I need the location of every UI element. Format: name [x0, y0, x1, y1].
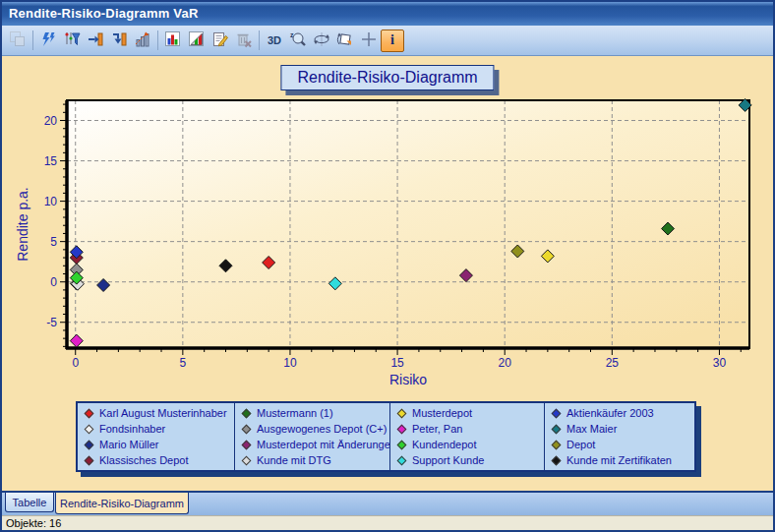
chart-trend-icon	[134, 30, 151, 51]
legend-item: Depot	[545, 437, 694, 452]
zoom-button[interactable]: z	[286, 30, 310, 52]
view-3d-icon: 3D	[268, 34, 281, 46]
drill-in-icon	[87, 30, 104, 51]
rotate-page-icon	[336, 30, 354, 51]
series-marker-icon	[397, 424, 407, 434]
refresh-icon	[39, 30, 57, 51]
svg-text:-5: -5	[46, 316, 57, 329]
chart-trend-button[interactable]	[131, 30, 154, 52]
svg-text:Rendite p.a.: Rendite p.a.	[15, 187, 30, 262]
legend-item: Fondsinhaber	[78, 421, 234, 437]
svg-text:25: 25	[606, 356, 620, 370]
legend-item-label: Musterdepot	[412, 407, 472, 419]
chart-legend: Karl August MusterinhaberFondsinhaberMar…	[76, 401, 696, 472]
chart-area[interactable]: 051015202530-505101520RisikoRendite p.a.	[12, 92, 769, 395]
tab-label: Rendite-Risiko-Diagramm	[60, 498, 184, 509]
legend-item: Ausgewogenes Depot (C+)	[235, 421, 389, 437]
legend-item-label: Ausgewogenes Depot (C+)	[257, 423, 387, 435]
legend-item-label: Klassisches Depot	[99, 454, 189, 466]
legend-item-label: Mustermann (1)	[257, 407, 333, 419]
legend-item-label: Mario Müller	[99, 439, 159, 450]
svg-text:0: 0	[72, 356, 79, 370]
series-marker-icon	[552, 440, 562, 449]
legend-item: Support Kunde	[390, 452, 544, 468]
legend-item-label: Kunde mit DTG	[257, 454, 331, 466]
rotate-axis-icon	[313, 30, 330, 51]
series-marker-icon	[85, 455, 94, 465]
select-mode-icon	[9, 30, 27, 51]
delete-button	[232, 30, 256, 52]
legend-item: Peter, Pan	[390, 421, 544, 437]
legend-item-label: Max Maier	[566, 423, 617, 435]
title-bar: Rendite-Risiko-Diagramm VaR	[2, 2, 773, 26]
rotate-page-button[interactable]	[333, 30, 357, 52]
legend-item-label: Karl August Musterinhaber	[99, 407, 227, 419]
legend-item: Musterdepot mit Änderungen	[235, 437, 389, 452]
toolbar: 3D z i	[2, 26, 773, 56]
legend-item: Aktienkäufer 2003	[545, 405, 694, 421]
filter-icon	[63, 30, 81, 51]
view-3d-button[interactable]: 3D	[263, 30, 286, 52]
svg-text:20: 20	[44, 114, 58, 128]
legend-item-label: Kunde mit Zertifikaten	[566, 454, 672, 466]
series-marker-icon	[242, 455, 252, 465]
legend-item: Mustermann (1)	[235, 405, 389, 421]
svg-text:5: 5	[50, 235, 57, 249]
legend-item: Kunde mit DTG	[235, 452, 389, 468]
bar-chart-button[interactable]	[161, 30, 185, 52]
svg-text:20: 20	[499, 356, 512, 370]
zoom-icon: z	[289, 30, 307, 51]
drill-out-icon	[110, 30, 128, 51]
svg-text:10: 10	[44, 195, 58, 208]
info-button[interactable]: i	[381, 30, 404, 52]
window-title: Rendite-Risiko-Diagramm VaR	[9, 6, 199, 21]
tab-rendite-risiko-diagramm[interactable]: Rendite-Risiko-Diagramm	[55, 493, 189, 514]
legend-item: Mario Müller	[78, 437, 234, 452]
drill-out-button[interactable]	[107, 30, 131, 52]
edit-data-button[interactable]	[209, 30, 232, 52]
crosshair-icon	[360, 30, 378, 51]
legend-item: Max Maier	[545, 421, 694, 437]
legend-item: Musterdepot	[390, 405, 544, 421]
info-icon: i	[390, 32, 394, 48]
legend-item-label: Peter, Pan	[412, 423, 462, 435]
svg-text:5: 5	[180, 356, 187, 370]
tab-label: Tabelle	[13, 497, 47, 508]
toolbar-separator	[157, 30, 158, 50]
legend-item-label: Support Kunde	[412, 454, 484, 466]
svg-text:Risiko: Risiko	[389, 372, 427, 387]
legend-item: Kundendepot	[390, 437, 544, 452]
legend-item: Kunde mit Zertifikaten	[545, 452, 694, 468]
chart-canvas[interactable]: 051015202530-505101520RisikoRendite p.a.	[12, 92, 769, 395]
drill-in-button[interactable]	[84, 30, 107, 52]
toolbar-separator	[259, 30, 260, 50]
chart-title: Rendite-Risiko-Diagramm	[280, 65, 494, 90]
app-window: Rendite-Risiko-Diagramm VaR	[0, 0, 775, 532]
status-bar: Objekte: 16	[2, 515, 773, 531]
series-marker-icon	[397, 408, 407, 418]
diagram-type-icon	[188, 30, 206, 51]
series-marker-icon	[552, 424, 562, 434]
series-marker-icon	[242, 424, 252, 434]
series-marker-icon	[397, 440, 407, 449]
svg-text:0: 0	[50, 275, 57, 289]
legend-item-label: Kundendepot	[412, 439, 476, 450]
refresh-button[interactable]	[36, 30, 60, 52]
filter-button[interactable]	[60, 30, 84, 52]
series-marker-icon	[552, 455, 562, 465]
svg-text:15: 15	[390, 356, 404, 370]
rotate-axis-button[interactable]	[310, 30, 333, 52]
crosshair-button[interactable]	[357, 30, 381, 52]
legend-item: Karl August Musterinhaber	[78, 405, 234, 421]
diagram-type-button[interactable]	[185, 30, 209, 52]
svg-text:15: 15	[44, 154, 58, 168]
svg-text:30: 30	[713, 356, 727, 370]
legend-item-label: Musterdepot mit Änderungen	[257, 439, 389, 450]
toolbar-separator	[32, 30, 33, 50]
status-text: Objekte: 16	[6, 517, 61, 529]
legend-item: Klassisches Depot	[78, 452, 234, 468]
delete-icon	[235, 30, 253, 51]
tab-tabelle[interactable]: Tabelle	[5, 493, 54, 512]
series-marker-icon	[242, 440, 252, 449]
legend-item-label: Depot	[566, 439, 595, 450]
